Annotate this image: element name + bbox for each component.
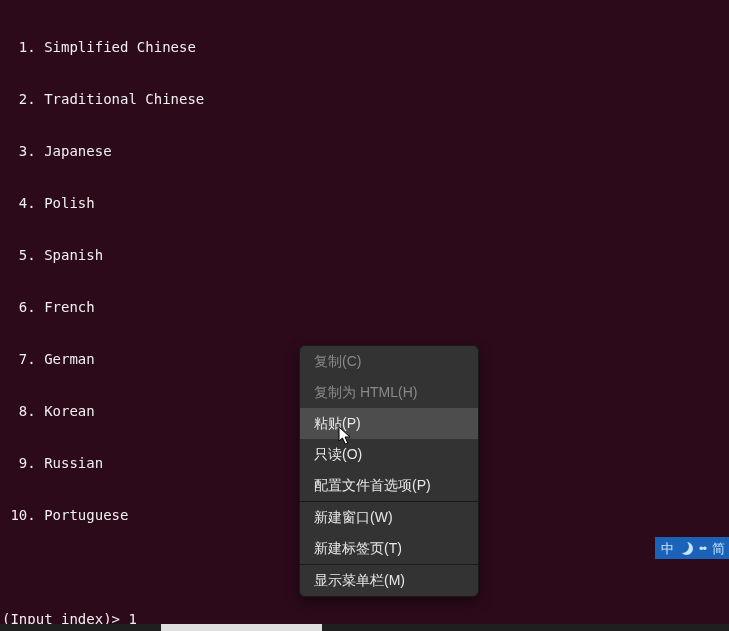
- moon-icon: [680, 542, 693, 555]
- lang-item: 6. French: [2, 294, 727, 320]
- tab-bar: [0, 624, 729, 631]
- tab-bar-rest: [322, 624, 729, 631]
- lang-item: 3. Japanese: [2, 138, 727, 164]
- lang-item: 4. Polish: [2, 190, 727, 216]
- tab-active[interactable]: [161, 624, 322, 631]
- ime-indicator[interactable]: 中 简: [655, 537, 729, 559]
- menu-profile-prefs[interactable]: 配置文件首选项(P): [300, 470, 478, 501]
- menu-new-tab[interactable]: 新建标签页(T): [300, 533, 478, 564]
- context-menu[interactable]: 复制(C) 复制为 HTML(H) 粘贴(P) 只读(O) 配置文件首选项(P)…: [299, 345, 479, 597]
- menu-paste[interactable]: 粘贴(P): [300, 408, 478, 439]
- tab-inactive[interactable]: [0, 624, 161, 631]
- dots-icon: [699, 541, 706, 556]
- menu-copy-html[interactable]: 复制为 HTML(H): [300, 377, 478, 408]
- lang-item: 2. Traditional Chinese: [2, 86, 727, 112]
- lang-item: 1. Simplified Chinese: [2, 34, 727, 60]
- ime-mode: 简: [712, 540, 725, 558]
- menu-readonly[interactable]: 只读(O): [300, 439, 478, 470]
- lang-item: 5. Spanish: [2, 242, 727, 268]
- menu-show-menubar[interactable]: 显示菜单栏(M): [300, 565, 478, 596]
- menu-copy[interactable]: 复制(C): [300, 346, 478, 377]
- menu-new-window[interactable]: 新建窗口(W): [300, 502, 478, 533]
- ime-lang: 中: [661, 540, 674, 558]
